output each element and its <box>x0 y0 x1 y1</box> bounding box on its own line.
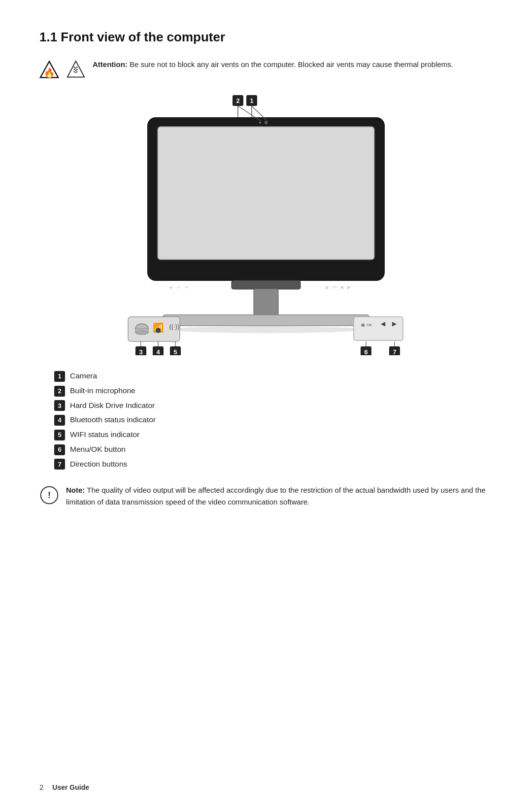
svg-text:▦: ▦ <box>325 285 329 290</box>
diagram-container: 2 1 ■ ● ▼ lenovo ▦ OK ◀ <box>39 94 493 355</box>
part-label-3: Hard Disk Drive Indicator <box>70 400 155 411</box>
attention-box: ⚠ 🔥 Attention: Be sure not to block any … <box>39 59 493 79</box>
svg-text:▼: ▼ <box>185 285 189 290</box>
attention-icon: ⚠ 🔥 <box>39 60 59 79</box>
thermal-warning-icon <box>66 60 86 79</box>
footer-label: User Guide <box>52 783 89 791</box>
note-text: Note: The quality of video output will b… <box>66 484 493 508</box>
note-icon: ! <box>39 485 59 505</box>
part-item-7: 7 Direction buttons <box>54 458 493 470</box>
part-badge-5: 5 <box>54 430 65 440</box>
svg-text:OK: OK <box>366 323 372 327</box>
svg-point-25 <box>170 326 362 333</box>
note-label: Note: <box>66 486 85 494</box>
note-box: ! Note: The quality of video output will… <box>39 484 493 508</box>
computer-diagram: 2 1 ■ ● ▼ lenovo ▦ OK ◀ <box>84 94 448 355</box>
svg-point-12 <box>265 121 268 125</box>
svg-text:3: 3 <box>139 348 142 355</box>
svg-text:2: 2 <box>236 97 239 104</box>
part-badge-3: 3 <box>54 400 65 411</box>
part-item-3: 3 Hard Disk Drive Indicator <box>54 400 493 411</box>
part-item-4: 4 Bluetooth status indicator <box>54 414 493 426</box>
svg-text:▦: ▦ <box>361 323 365 327</box>
note-body: The quality of video output will be affe… <box>66 486 486 506</box>
part-badge-4: 4 <box>54 415 65 426</box>
part-label-1: Camera <box>70 370 97 381</box>
svg-text:((·)): ((·)) <box>169 323 180 330</box>
svg-rect-22 <box>232 280 300 289</box>
section-title: 1.1 Front view of the computer <box>39 30 493 45</box>
page-footer: 2 User Guide <box>39 783 89 791</box>
page-number: 2 <box>39 783 43 791</box>
part-label-2: Built-in microphone <box>70 385 135 396</box>
svg-text:4: 4 <box>156 348 160 355</box>
svg-point-29 <box>135 331 148 335</box>
part-badge-6: 6 <box>54 444 65 455</box>
svg-rect-23 <box>254 289 278 316</box>
svg-rect-11 <box>158 127 374 260</box>
svg-text:◀: ◀ <box>340 285 343 290</box>
part-label-6: Menu/OK button <box>70 443 126 455</box>
svg-text:5: 5 <box>173 348 177 355</box>
attention-body: Be sure not to block any air vents on th… <box>130 60 453 68</box>
part-label-7: Direction buttons <box>70 458 127 470</box>
attention-label: Attention: <box>93 60 128 68</box>
svg-text:◀: ◀ <box>381 320 386 327</box>
part-badge-7: 7 <box>54 459 65 470</box>
svg-text:6: 6 <box>364 348 367 355</box>
part-badge-2: 2 <box>54 386 65 397</box>
svg-text:🔥: 🔥 <box>44 67 55 78</box>
svg-rect-24 <box>163 315 369 326</box>
part-label-5: WIFI status indicator <box>70 429 139 440</box>
part-label-4: Bluetooth status indicator <box>70 414 156 425</box>
part-item-1: 1 Camera <box>54 370 493 382</box>
svg-text:⬢: ⬢ <box>155 326 161 334</box>
svg-point-13 <box>259 122 261 124</box>
svg-text:●: ● <box>177 285 180 290</box>
part-item-6: 6 Menu/OK button <box>54 443 493 455</box>
svg-text:1: 1 <box>250 97 253 104</box>
part-badge-1: 1 <box>54 371 65 382</box>
part-item-5: 5 WIFI status indicator <box>54 429 493 440</box>
svg-text:OK: OK <box>332 285 337 289</box>
part-item-2: 2 Built-in microphone <box>54 385 493 397</box>
attention-text: Attention: Be sure not to block any air … <box>93 59 453 70</box>
svg-marker-3 <box>67 61 85 77</box>
svg-text:■: ■ <box>170 285 172 290</box>
svg-text:7: 7 <box>393 348 396 355</box>
parts-list: 1 Camera 2 Built-in microphone 3 Hard Di… <box>54 370 493 470</box>
svg-text:▶: ▶ <box>392 320 397 327</box>
svg-text:!: ! <box>48 491 51 501</box>
svg-text:▶: ▶ <box>347 285 351 290</box>
page-container: 1.1 Front view of the computer ⚠ 🔥 Atten… <box>0 0 532 557</box>
